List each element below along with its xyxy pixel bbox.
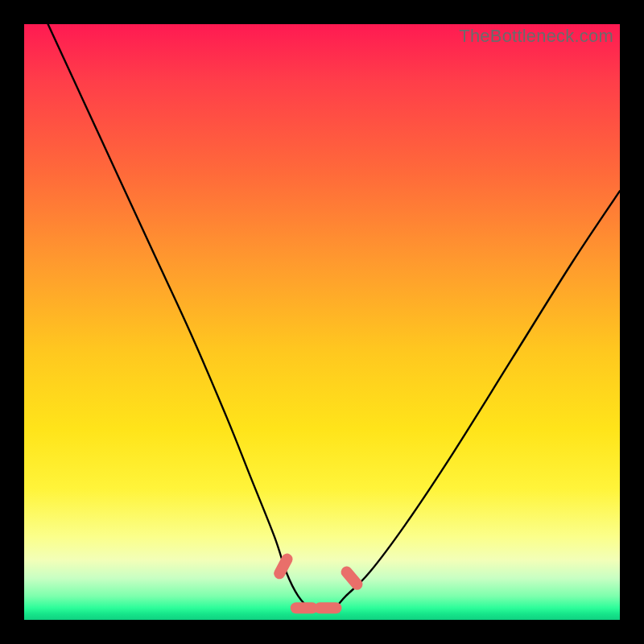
plot-area: TheBottleneck.com [24,24,620,620]
marker-left-slope [272,551,295,581]
bottleneck-curve [24,24,620,620]
trough-markers [272,551,365,613]
marker-right-slope [339,564,365,592]
marker-trough-1 [291,602,318,613]
curve-path [48,24,620,609]
chart-frame: TheBottleneck.com [0,0,644,644]
marker-trough-2 [314,602,341,613]
